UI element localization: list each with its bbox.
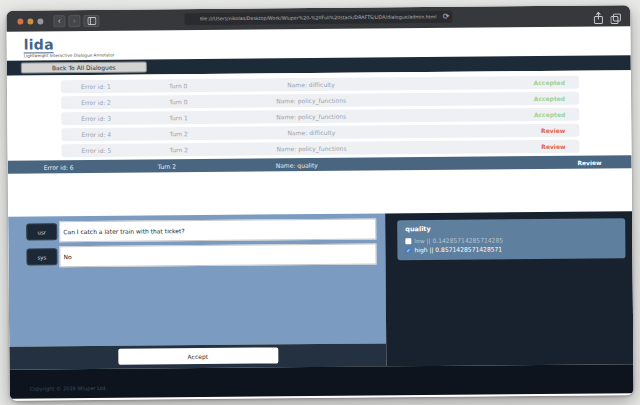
error-turn: Turn 2	[146, 130, 226, 138]
minimize-window-button[interactable]	[27, 18, 33, 24]
lida-logo: lida	[24, 37, 54, 53]
browser-window: ‹ › file:///Users/nikolas/Desktop/Work/W…	[6, 5, 633, 400]
quality-option-low[interactable]: low || 0.14285714285714285	[405, 235, 617, 244]
error-name: Name: policy_functions	[226, 96, 396, 104]
error-id: Error id: 6	[44, 163, 74, 170]
sidebar-icon[interactable]	[83, 14, 99, 26]
error-name: Name: quality	[276, 161, 318, 168]
quality-option-high[interactable]: ✓ high || 0.8571428571428571	[405, 244, 617, 253]
page-content: lida Lightweight Interactive Dialogue An…	[6, 26, 633, 400]
tab-overview-icon[interactable]	[610, 9, 621, 28]
annotation-title: quality	[405, 223, 617, 233]
copyright-text: Copyright © 2019 Wluper Ltd.	[30, 385, 107, 392]
option-label: high || 0.8571428571428571	[414, 245, 502, 253]
dialogue-turn-usr: usr	[26, 219, 376, 243]
browser-toolbar-right	[593, 9, 621, 28]
status-badge: Review	[396, 143, 579, 152]
error-id: Error id: 5	[62, 147, 147, 155]
app-footer: Copyright © 2019 Wluper Ltd.	[9, 364, 633, 398]
zoom-window-button[interactable]	[37, 18, 43, 24]
error-id: Error id: 2	[61, 99, 146, 107]
error-list: Error id: 1 Turn 0 Name: difficulty Acce…	[7, 70, 632, 173]
error-row-5[interactable]: Error id: 5 Turn 2 Name: policy_function…	[61, 140, 579, 158]
back-icon[interactable]: ‹	[53, 15, 65, 27]
error-turn: Turn 2	[158, 162, 177, 169]
speaker-label-sys: sys	[26, 248, 57, 265]
reload-icon[interactable]: ⟳	[443, 12, 450, 21]
browser-nav-buttons: ‹ ›	[53, 14, 99, 26]
dialogue-turns-panel: usr sys	[8, 213, 386, 346]
status-badge: Accepted	[396, 79, 579, 88]
error-row-2[interactable]: Error id: 2 Turn 0 Name: policy_function…	[61, 92, 579, 110]
usr-utterance-input[interactable]	[59, 219, 376, 243]
error-name: Name: difficulty	[226, 128, 396, 136]
error-row-4[interactable]: Error id: 4 Turn 2 Name: difficulty Revi…	[61, 124, 579, 142]
error-id: Error id: 3	[61, 115, 146, 123]
error-name: Name: policy_functions	[226, 112, 396, 120]
traffic-lights	[17, 18, 43, 24]
checkbox-checked-icon[interactable]: ✓	[405, 247, 411, 253]
status-badge: Accepted	[396, 111, 579, 120]
checkbox-unchecked-icon[interactable]	[405, 238, 411, 244]
error-id: Error id: 1	[61, 83, 146, 91]
annotation-column: quality low || 0.14285714285714285 ✓ hig…	[385, 211, 633, 366]
error-name: Name: difficulty	[226, 80, 396, 88]
spacer	[8, 168, 632, 216]
error-id: Error id: 4	[61, 131, 146, 139]
dialogue-turn-sys: sys	[26, 244, 376, 268]
status-badge: Accepted	[396, 95, 579, 104]
speaker-label-usr: usr	[26, 223, 57, 240]
error-row-3[interactable]: Error id: 3 Turn 1 Name: policy_function…	[61, 108, 579, 126]
status-badge: Review	[577, 159, 601, 166]
status-badge: Review	[396, 127, 579, 136]
error-name: Name: policy_functions	[226, 144, 396, 152]
error-turn: Turn 2	[147, 146, 227, 154]
error-turn: Turn 1	[146, 114, 226, 122]
quality-annotation-box: quality low || 0.14285714285714285 ✓ hig…	[397, 218, 625, 260]
option-label: low || 0.14285714285714285	[414, 236, 503, 244]
back-to-all-dialogues-button[interactable]: Back To All Dialogues	[21, 62, 147, 74]
error-turn: Turn 0	[146, 82, 226, 90]
dialogue-column: usr sys Accept	[8, 213, 386, 369]
accept-bar: Accept	[9, 343, 386, 369]
share-icon[interactable]	[593, 10, 603, 29]
url-text: file:///Users/nikolas/Desktop/Work/Wlupe…	[200, 14, 437, 22]
close-window-button[interactable]	[17, 18, 23, 24]
error-row-1[interactable]: Error id: 1 Turn 0 Name: difficulty Acce…	[61, 76, 579, 94]
forward-icon[interactable]: ›	[68, 15, 80, 27]
desktop-background: ‹ › file:///Users/nikolas/Desktop/Work/W…	[0, 0, 640, 405]
sys-utterance-input[interactable]	[59, 244, 376, 268]
address-bar[interactable]: file:///Users/nikolas/Desktop/Work/Wlupe…	[184, 11, 452, 25]
error-turn: Turn 0	[146, 98, 226, 106]
accept-button[interactable]: Accept	[118, 347, 278, 364]
annotation-workspace: usr sys Accept quality	[8, 211, 633, 369]
